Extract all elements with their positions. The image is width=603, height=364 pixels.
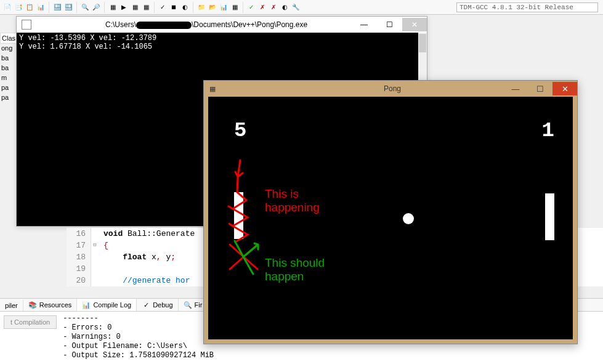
compiler-dropdown[interactable]: TDM-GCC 4.8.1 32-bit Release <box>456 2 598 12</box>
toolbar-icon[interactable]: 🔙 <box>52 2 62 12</box>
toolbar-icon[interactable]: 🔍 <box>80 2 90 12</box>
stop-icon[interactable]: ⏹ <box>169 2 179 12</box>
line-num: 17 <box>67 240 91 251</box>
toolbar-icon[interactable]: 🔎 <box>91 2 101 12</box>
classes-panel-label: Clas <box>0 33 17 44</box>
fold-toggle[interactable]: ⊟ <box>91 240 99 251</box>
close-button[interactable]: ✕ <box>552 82 577 95</box>
resources-icon: 📚 <box>28 301 37 309</box>
score-right: 1 <box>542 119 554 142</box>
console-line: Y vel: -13.5396 X vel: -12.3789 <box>19 34 424 42</box>
code-text: void Ball::Generate <box>99 228 195 240</box>
line-num: 19 <box>67 263 91 275</box>
log-line: - Output Size: 1.7581090927124 MiB <box>63 351 601 360</box>
compile-log-icon: 📊 <box>82 301 91 309</box>
pong-titlebar[interactable]: ▦ Pong — ☐ ✕ <box>204 81 577 97</box>
pong-window: ▦ Pong — ☐ ✕ 5 1 This is happening This … <box>203 80 578 344</box>
toolbar-icon[interactable]: ✓ <box>246 2 256 12</box>
maximize-button[interactable]: ☐ <box>528 82 552 95</box>
console-title-text: C:\Users\\Documents\Dev++\Pong\Pong.exe <box>105 20 307 29</box>
toolbar-icon[interactable]: 🔜 <box>63 2 73 12</box>
pong-game-canvas[interactable]: 5 1 This is happening This should happen <box>208 97 573 339</box>
tab-compile-log[interactable]: 📊Compile Log <box>77 298 137 311</box>
toolbar-icon[interactable]: ✗ <box>269 2 278 12</box>
paddle-left <box>234 192 243 239</box>
app-icon <box>22 20 31 30</box>
line-num: 20 <box>67 275 91 286</box>
code-text: //generate hor <box>99 275 190 286</box>
debug-icon[interactable]: ✓ <box>158 2 168 12</box>
run-icon[interactable]: ▶ <box>119 2 129 12</box>
close-button[interactable]: ✕ <box>402 18 427 31</box>
debug-icon: ✓ <box>142 301 150 309</box>
red-annotation-scribble <box>227 158 264 260</box>
minimize-button[interactable]: — <box>352 18 376 31</box>
annotation-red: This is happening <box>265 187 320 214</box>
toolbar-icon[interactable]: 🔧 <box>291 2 301 12</box>
toolbar-icon[interactable]: ◐ <box>280 2 289 12</box>
toolbar-icon[interactable]: ▦ <box>230 2 240 12</box>
toolbar-icon[interactable]: ✗ <box>257 2 267 12</box>
tab-compiler[interactable]: piler <box>0 300 23 311</box>
ball <box>403 213 414 224</box>
toolbar-icon[interactable]: 📄 <box>2 2 12 12</box>
console-line: Y vel: 1.67718 X vel: -14.1065 <box>19 42 424 51</box>
toolbar-icon[interactable]: 📁 <box>196 2 206 12</box>
toolbar-icon[interactable]: 📋 <box>25 2 34 12</box>
line-num: 18 <box>67 251 91 263</box>
compile-run-icon[interactable]: ▦ <box>130 2 140 12</box>
green-annotation-scribble <box>224 238 267 288</box>
maximize-button[interactable]: ☐ <box>377 18 402 31</box>
compile-icon[interactable]: ▦ <box>108 2 118 12</box>
toolbar-icon[interactable]: 📑 <box>14 2 23 12</box>
code-text <box>99 263 103 275</box>
minimize-button[interactable]: — <box>503 82 528 95</box>
ide-toolbar: 📄 📑 📋 📊 🔙 🔜 🔍 🔎 ▦ ▶ ▦ ▦ ✓ ⏹ ◐ 📁 📂 📊 ▦ ✓ … <box>0 0 603 15</box>
pong-title-text: Pong <box>384 84 401 93</box>
code-text: float x, y; <box>99 251 176 263</box>
line-num: 16 <box>67 228 91 240</box>
code-text: { <box>99 240 108 251</box>
tab-debug[interactable]: ✓Debug <box>137 299 178 311</box>
toolbar-icon[interactable]: 📂 <box>208 2 217 12</box>
tab-resources[interactable]: 📚Resources <box>23 299 78 311</box>
pong-app-icon: ▦ <box>208 84 217 94</box>
annotation-green: This should happen <box>265 256 325 283</box>
paddle-right <box>545 193 554 240</box>
console-titlebar[interactable]: C:\Users\\Documents\Dev++\Pong\Pong.exe … <box>17 17 427 33</box>
find-icon: 🔍 <box>184 301 192 309</box>
toolbar-icon[interactable]: 📊 <box>36 2 46 12</box>
toolbar-icon[interactable]: 📊 <box>219 2 229 12</box>
profile-icon[interactable]: ◐ <box>180 2 190 12</box>
abort-compilation-button[interactable]: t Compilation <box>4 315 57 329</box>
rebuild-icon[interactable]: ▦ <box>141 2 151 12</box>
score-left: 5 <box>234 119 246 142</box>
